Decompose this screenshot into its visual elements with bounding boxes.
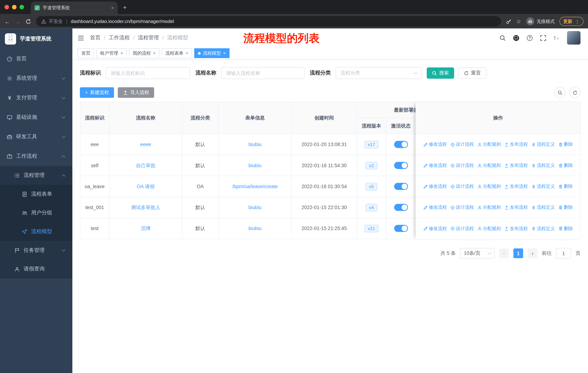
sidebar-item-user-group[interactable]: 用户分组 — [0, 203, 72, 222]
refresh-table-button[interactable] — [569, 87, 580, 98]
form-info-link[interactable]: biubiu — [248, 163, 261, 168]
tag-my-process[interactable]: 我的流程 × — [129, 48, 159, 58]
version-badge[interactable]: v4 — [366, 204, 377, 211]
assign-rule-link[interactable]: 分配规则 — [477, 141, 501, 148]
process-definition-link[interactable]: 流程定义 — [531, 183, 555, 190]
active-toggle[interactable] — [394, 225, 408, 232]
minimize-window-button[interactable] — [12, 5, 17, 10]
process-name-link[interactable]: 测试多审批人 — [131, 204, 160, 210]
version-badge[interactable]: v17 — [364, 141, 378, 148]
reload-button[interactable] — [26, 19, 31, 24]
sidebar-item-dev-tools[interactable]: 研发工具 — [0, 127, 72, 146]
security-label[interactable]: 不安全 — [49, 18, 63, 25]
publish-process-link[interactable]: 发布流程 — [504, 141, 528, 148]
create-process-button[interactable]: + 新建流程 — [80, 87, 114, 98]
publish-process-link[interactable]: 发布流程 — [504, 162, 528, 169]
breadcrumb-home[interactable]: 首页 — [90, 34, 101, 41]
back-button[interactable]: ← — [5, 18, 10, 25]
browser-menu-icon[interactable]: ⋮ — [575, 19, 580, 24]
process-name-link[interactable]: 自己审批 — [136, 162, 156, 168]
reset-button[interactable]: 重置 — [458, 67, 486, 79]
edit-process-link[interactable]: 修改流程 — [423, 162, 447, 169]
address-bar[interactable]: 不安全 | dashboard.yudao.iocoder.cn/bpm/man… — [36, 16, 501, 27]
process-definition-link[interactable]: 流程定义 — [531, 225, 555, 232]
sidebar-item-system-management[interactable]: 系统管理 — [0, 69, 72, 88]
bookmark-star-icon[interactable]: ☆ — [516, 18, 521, 25]
forward-button[interactable]: → — [15, 18, 21, 25]
sidebar-item-process-management[interactable]: 流程管理 — [0, 166, 72, 185]
close-tag-icon[interactable]: × — [223, 51, 226, 56]
assign-rule-link[interactable]: 分配规则 — [477, 183, 501, 190]
delete-process-link[interactable]: 删除 — [558, 141, 573, 148]
delete-process-link[interactable]: 删除 — [558, 225, 573, 232]
close-window-button[interactable] — [5, 5, 9, 10]
design-process-link[interactable]: 设计流程 — [450, 183, 474, 190]
new-tab-button[interactable]: + — [123, 4, 127, 12]
process-name-link[interactable]: eeee — [140, 142, 151, 147]
zoom-window-button[interactable] — [20, 5, 24, 10]
collapse-sidebar-button[interactable] — [78, 35, 84, 41]
assign-rule-link[interactable]: 分配规则 — [477, 162, 501, 169]
font-size-icon[interactable]: TT — [554, 35, 560, 41]
fullscreen-icon[interactable] — [540, 35, 546, 41]
chrome-update-button[interactable]: 更新 ⋮ — [560, 17, 584, 26]
active-toggle[interactable] — [394, 141, 408, 148]
sidebar-item-home[interactable]: 首页 — [0, 49, 72, 69]
key-icon[interactable] — [506, 19, 511, 24]
tag-home[interactable]: 首页 — [78, 48, 94, 58]
page-size-select[interactable]: 10条/页 — [460, 248, 494, 259]
sidebar-item-task-management[interactable]: 任务管理 — [0, 241, 72, 260]
form-info-link[interactable]: /bpm/oa/leave/create — [232, 184, 278, 189]
form-info-link[interactable]: biubiu — [248, 204, 261, 210]
close-tag-icon[interactable]: × — [120, 51, 123, 56]
process-name-link[interactable]: 滔博 — [141, 225, 151, 231]
delete-process-link[interactable]: 删除 — [558, 204, 573, 211]
form-info-link[interactable]: biubiu — [248, 142, 261, 147]
search-icon[interactable] — [499, 35, 506, 41]
design-process-link[interactable]: 设计流程 — [450, 204, 474, 211]
help-icon[interactable] — [526, 35, 533, 41]
delete-process-link[interactable]: 删除 — [558, 162, 573, 169]
delete-process-link[interactable]: 删除 — [558, 183, 573, 190]
import-process-button[interactable]: 导入流程 — [118, 87, 154, 98]
close-tab-icon[interactable]: × — [111, 5, 114, 11]
version-badge[interactable]: v5 — [366, 183, 377, 190]
design-process-link[interactable]: 设计流程 — [450, 225, 474, 232]
version-badge[interactable]: v2 — [366, 162, 377, 169]
browser-tab[interactable]: 芋道管理系统 × — [31, 1, 118, 14]
publish-process-link[interactable]: 发布流程 — [504, 225, 528, 232]
close-tag-icon[interactable]: × — [186, 51, 188, 56]
edit-process-link[interactable]: 修改流程 — [423, 225, 447, 232]
publish-process-link[interactable]: 发布流程 — [504, 183, 528, 190]
active-toggle[interactable] — [394, 162, 408, 169]
edit-process-link[interactable]: 修改流程 — [423, 204, 447, 211]
edit-process-link[interactable]: 修改流程 — [423, 141, 447, 148]
sidebar-item-leave-query[interactable]: 请假查询 — [0, 260, 72, 279]
process-category-select[interactable]: 流程分类 — [336, 67, 422, 79]
sidebar-item-process-model[interactable]: 流程模型 — [0, 222, 72, 241]
design-process-link[interactable]: 设计流程 — [450, 162, 474, 169]
tag-tenant-management[interactable]: 租户管理 × — [96, 48, 127, 58]
version-badge[interactable]: v21 — [364, 225, 378, 232]
tag-process-form[interactable]: 流程表单 × — [162, 48, 192, 58]
sidebar-item-process-form[interactable]: 流程表单 — [0, 185, 72, 203]
sidebar-item-workflow[interactable]: 工作流程 — [0, 146, 72, 166]
assign-rule-link[interactable]: 分配规则 — [477, 204, 501, 211]
next-page-button[interactable]: › — [528, 248, 537, 258]
process-definition-link[interactable]: 流程定义 — [531, 162, 555, 169]
user-avatar[interactable] — [567, 31, 580, 45]
process-definition-link[interactable]: 流程定义 — [531, 204, 555, 211]
goto-page-input[interactable] — [556, 248, 571, 259]
process-name-input[interactable] — [221, 67, 304, 79]
close-tag-icon[interactable]: × — [153, 51, 156, 56]
prev-page-button[interactable]: ‹ — [499, 248, 509, 258]
edit-process-link[interactable]: 修改流程 — [423, 183, 447, 190]
design-process-link[interactable]: 设计流程 — [450, 141, 474, 148]
process-name-link[interactable]: OA 请假 — [137, 183, 155, 189]
sidebar-item-infrastructure[interactable]: 基础设施 — [0, 107, 72, 127]
github-icon[interactable] — [513, 35, 519, 41]
process-definition-link[interactable]: 流程定义 — [531, 141, 555, 148]
form-info-link[interactable]: biubiu — [248, 226, 261, 231]
search-button[interactable]: 搜索 — [427, 67, 454, 79]
assign-rule-link[interactable]: 分配规则 — [477, 225, 501, 232]
